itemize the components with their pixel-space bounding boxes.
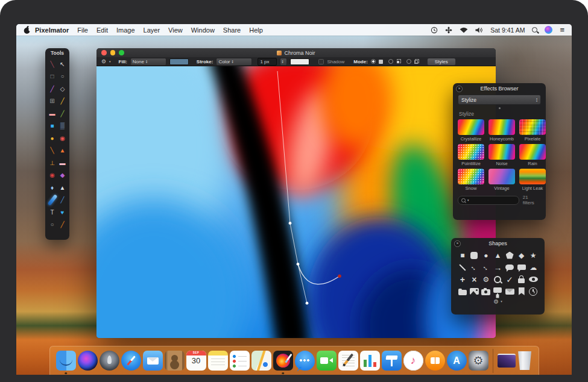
shape-speech-bubble-round[interactable] [504, 261, 515, 273]
shape-folder[interactable] [457, 286, 468, 297]
paint-tool[interactable]: ╱ [57, 107, 68, 120]
dock-calendar[interactable]: SEP 30 [186, 351, 206, 371]
stroke-width-stepper[interactable] [280, 58, 287, 66]
effect-pointillize[interactable]: Pointillize [458, 144, 484, 166]
dock-safari[interactable] [121, 351, 141, 371]
menu-file[interactable]: File [77, 27, 88, 34]
dock-messages[interactable] [295, 351, 315, 371]
dock-minimized-window[interactable] [498, 354, 516, 368]
shape-envelope[interactable] [504, 286, 515, 297]
burn-tool[interactable]: ▲ [57, 145, 68, 157]
shape-line[interactable] [457, 261, 468, 273]
eyedropper-tool[interactable]: ╱ [57, 219, 68, 231]
effect-noise[interactable]: Noise [488, 144, 515, 166]
effect-vintage[interactable]: Vintage [488, 169, 515, 191]
dock-notes[interactable] [208, 351, 228, 371]
toolbar-gear-icon[interactable]: ⚙ [101, 59, 106, 64]
menu-window[interactable]: Window [191, 27, 215, 34]
notification-center-icon[interactable]: ≡ [560, 27, 564, 33]
effects-search-input[interactable] [458, 196, 519, 205]
dock-ibooks[interactable] [425, 351, 445, 371]
pencil-tool[interactable]: ╱ [57, 95, 68, 108]
time-machine-icon[interactable] [431, 27, 438, 34]
menubar-clock[interactable]: Sat 9:41 AM [490, 27, 525, 34]
shape-gear[interactable]: ⚙ [481, 274, 492, 285]
shape-circle[interactable]: ● [481, 249, 492, 261]
panel-close-icon[interactable]: × [456, 86, 463, 92]
pen-tool[interactable] [47, 194, 57, 207]
clone-stamp-tool[interactable]: ⊥ [47, 157, 57, 169]
brush-tool[interactable]: ╲ [47, 145, 57, 157]
window-titlebar[interactable]: Chroma Noir [96, 48, 496, 57]
shape-multiply[interactable]: × [469, 274, 479, 285]
effect-snow[interactable]: Snow [458, 169, 484, 191]
menu-image[interactable]: Image [116, 27, 135, 34]
volume-icon[interactable] [475, 27, 483, 33]
gear-icon[interactable]: ⚙ [493, 299, 499, 304]
freeform-pen-tool[interactable]: ╱ [57, 194, 68, 207]
heal-tool[interactable]: ▬ [57, 157, 68, 169]
elliptical-marquee-tool[interactable]: ○ [57, 70, 68, 83]
rectangular-marquee-tool[interactable]: □ [47, 70, 57, 83]
color-tool[interactable]: ◉ [57, 132, 68, 145]
red-eye-tool[interactable]: ◉ [47, 169, 57, 182]
menu-view[interactable]: View [168, 27, 183, 34]
menu-share[interactable]: Share [223, 27, 241, 34]
mode-radio-normal[interactable] [371, 59, 376, 64]
shape-speech-bubble-square[interactable] [516, 261, 527, 273]
smudge-tool[interactable]: ▲ [57, 181, 68, 194]
gradient-tool[interactable]: ▒ [57, 120, 68, 133]
type-tool[interactable]: T [47, 206, 57, 219]
siri-icon[interactable] [545, 26, 552, 34]
dock-pixelmator[interactable] [273, 351, 293, 371]
effect-pixelate[interactable]: Pixelate [519, 119, 546, 142]
shape-triangle[interactable]: ▲ [492, 249, 503, 261]
dock-system-preferences[interactable] [469, 351, 488, 371]
effect-honeycomb[interactable]: Honeycomb [488, 119, 515, 142]
spotlight-search-icon[interactable] [532, 27, 537, 33]
shape-bookmark[interactable] [516, 286, 527, 297]
effect-light-leak[interactable]: Light Leak [519, 169, 546, 191]
mode-radio-outline[interactable] [406, 59, 411, 64]
wifi-icon[interactable] [460, 27, 468, 33]
dock-maps[interactable] [251, 351, 271, 371]
magic-wand-tool[interactable]: ╱ [47, 83, 57, 95]
shape-arrow-diagonal-alt[interactable]: ↔ [481, 261, 492, 273]
dock-reminders[interactable] [230, 351, 250, 371]
effects-category-popup[interactable]: Stylize [458, 95, 541, 105]
shape-picture[interactable] [469, 286, 479, 297]
dock-numbers[interactable] [360, 351, 380, 371]
shape-pentagon[interactable] [504, 249, 515, 261]
crop-tool[interactable]: ⊞ [47, 95, 57, 108]
stroke-color-swatch[interactable] [290, 58, 309, 65]
shape-magnifier[interactable] [492, 274, 503, 285]
mode-radio-copy[interactable] [388, 59, 393, 64]
shadow-checkbox[interactable] [318, 59, 324, 64]
dock-launchpad[interactable] [100, 351, 119, 371]
menubar-app-name[interactable]: Pixelmator [35, 27, 69, 34]
minimize-button[interactable] [110, 50, 116, 55]
stroke-popup[interactable]: Color [216, 58, 252, 66]
fill-color-swatch[interactable] [169, 58, 189, 65]
effects-browser-header[interactable]: × Effects Browser [453, 83, 546, 93]
fill-tool[interactable]: ■ [47, 120, 57, 133]
dock-contacts[interactable] [165, 351, 185, 371]
dock-siri[interactable] [78, 351, 98, 371]
menu-help[interactable]: Help [249, 27, 263, 34]
shapes-panel-header[interactable]: × Shapes [451, 238, 545, 248]
sponge-tool[interactable]: ● [47, 132, 57, 145]
arrange-tool[interactable]: ↖ [57, 58, 68, 70]
shape-diamond[interactable]: ◆ [516, 249, 527, 261]
shape-eye[interactable] [528, 274, 539, 285]
shape-arrow-diagonal[interactable]: ↔ [469, 261, 479, 273]
dock-finder[interactable] [56, 351, 76, 371]
eraser-tool[interactable]: ▬ [47, 107, 57, 120]
stroke-width-field[interactable]: 1 px [258, 58, 277, 66]
shape-cloud[interactable]: ☁ [528, 261, 539, 273]
menu-layer[interactable]: Layer [144, 27, 160, 34]
move-tool[interactable]: ╲ [47, 58, 57, 70]
dock-keynote[interactable] [382, 351, 402, 371]
zoom-tool[interactable]: ○ [47, 219, 57, 231]
dock-facetime[interactable] [317, 351, 337, 371]
shape-tool[interactable]: ♥ [57, 206, 68, 219]
